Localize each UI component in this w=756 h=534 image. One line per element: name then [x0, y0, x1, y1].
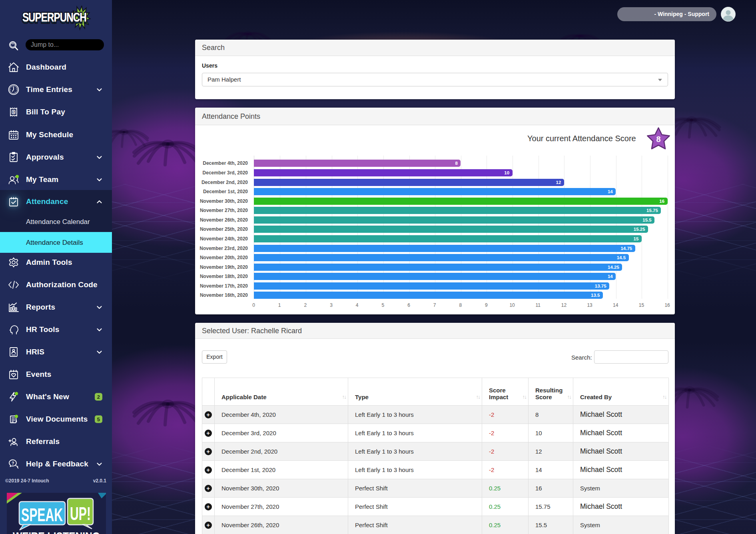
svg-text:SPEAK: SPEAK	[21, 504, 63, 525]
svg-text:UP!: UP!	[70, 503, 91, 524]
svg-text:WE'RE LISTENING: WE'RE LISTENING	[13, 530, 100, 534]
svg-text:$: $	[13, 110, 15, 114]
svg-text:SUPERPUNCH: SUPERPUNCH	[22, 10, 86, 24]
svg-text:?: ?	[12, 461, 14, 466]
